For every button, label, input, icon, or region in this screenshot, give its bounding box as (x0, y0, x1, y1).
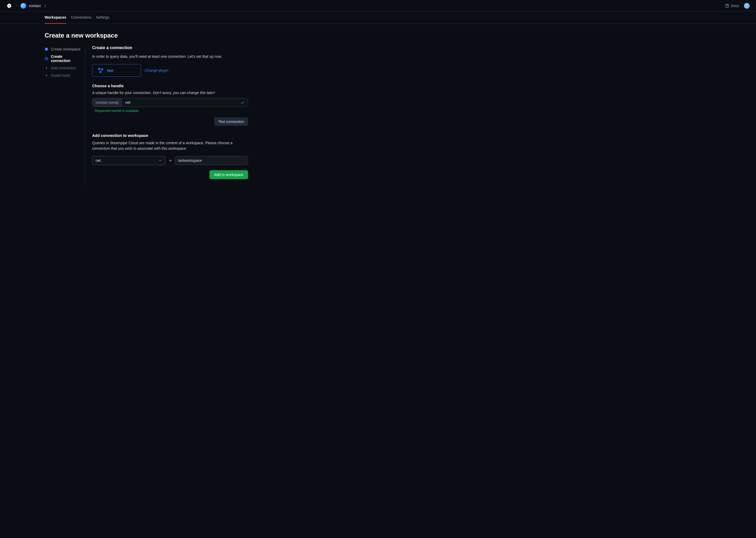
org-avatar-icon[interactable] (21, 3, 26, 9)
create-connection-title: Create a connection (92, 45, 248, 50)
add-workspace-row: Add to workspace (92, 170, 248, 179)
connection-select-value: net (96, 158, 101, 163)
add-connection-title: Add connection to workspace (92, 133, 248, 138)
arrow-right-icon (168, 158, 172, 163)
step-label: Add connection (51, 66, 76, 70)
breadcrumb: contact (6, 3, 47, 9)
handle-prefix: contact-sumq/ (92, 98, 122, 107)
dot-icon (46, 67, 47, 69)
step-label: Create connection (51, 54, 82, 63)
docs-label: Docs (731, 4, 739, 8)
plugin-row: Net Change plugin (92, 64, 248, 77)
add-to-workspace-button[interactable]: Add to workspace (210, 170, 248, 179)
create-connection-desc: In order to query data, you'll need at l… (92, 54, 248, 59)
handle-input[interactable] (122, 98, 237, 107)
handle-input-group: contact-sumq/ (92, 98, 248, 107)
check-circle-icon (45, 47, 48, 51)
main-panel: Create a connection In order to query da… (85, 45, 248, 187)
connection-select[interactable]: net (92, 156, 165, 165)
svg-point-3 (46, 58, 47, 59)
step-add-connection: Add connection (45, 64, 82, 72)
book-icon (725, 4, 729, 8)
handle-valid-indicator (237, 98, 248, 107)
association-row: net testworkspace (92, 156, 248, 165)
step-install-mods: Install mods (45, 72, 82, 79)
add-connection-desc: Queries in Steampipe Cloud are made in t… (92, 140, 248, 151)
step-label: Create workspace (51, 47, 80, 51)
plugin-card[interactable]: Net (92, 64, 141, 77)
org-switcher-icon[interactable] (43, 4, 47, 8)
nav-tabs: Workspaces Connections Settings (0, 12, 756, 24)
test-connection-button[interactable]: Test connection (214, 117, 248, 126)
workspace-name-display: testworkspace (175, 156, 248, 165)
svg-rect-5 (101, 68, 103, 71)
dot-icon (46, 75, 47, 76)
app-logo-icon[interactable] (6, 3, 12, 9)
check-icon (240, 100, 245, 105)
plugin-name: Net (107, 68, 114, 73)
handle-desc-italic: Don't worry, you can change this later! (153, 91, 215, 95)
chevron-down-icon (158, 159, 162, 162)
svg-rect-4 (98, 68, 100, 70)
tab-connections[interactable]: Connections (71, 12, 91, 24)
handle-title: Choose a handle (92, 83, 248, 88)
step-create-workspace[interactable]: Create workspace (45, 45, 82, 53)
test-connection-row: Test connection (92, 117, 248, 126)
net-plugin-icon (97, 67, 104, 74)
handle-availability-msg: Requested handle is available. (95, 109, 248, 113)
user-avatar[interactable] (744, 3, 750, 9)
step-label: Install mods (51, 73, 71, 78)
step-create-connection[interactable]: Create connection (45, 53, 82, 64)
handle-desc-plain: A unique handle for your connection. (92, 91, 153, 95)
radio-active-icon (45, 57, 48, 60)
page-title: Create a new workspace (45, 32, 282, 39)
svg-rect-6 (100, 71, 102, 73)
handle-desc: A unique handle for your connection. Don… (92, 91, 248, 95)
tab-workspaces[interactable]: Workspaces (45, 12, 66, 24)
content: Create a new workspace Create workspace … (0, 24, 289, 194)
top-right: Docs (725, 3, 750, 9)
tab-settings[interactable]: Settings (96, 12, 110, 24)
change-plugin-link[interactable]: Change plugin (145, 68, 168, 73)
steps-sidebar: Create workspace Create connection Add c… (45, 45, 85, 187)
chevron-right-icon (15, 4, 18, 7)
org-name[interactable]: contact (29, 4, 41, 8)
layout: Create workspace Create connection Add c… (45, 45, 282, 187)
docs-link[interactable]: Docs (725, 4, 739, 8)
top-bar: contact Docs (0, 0, 756, 12)
